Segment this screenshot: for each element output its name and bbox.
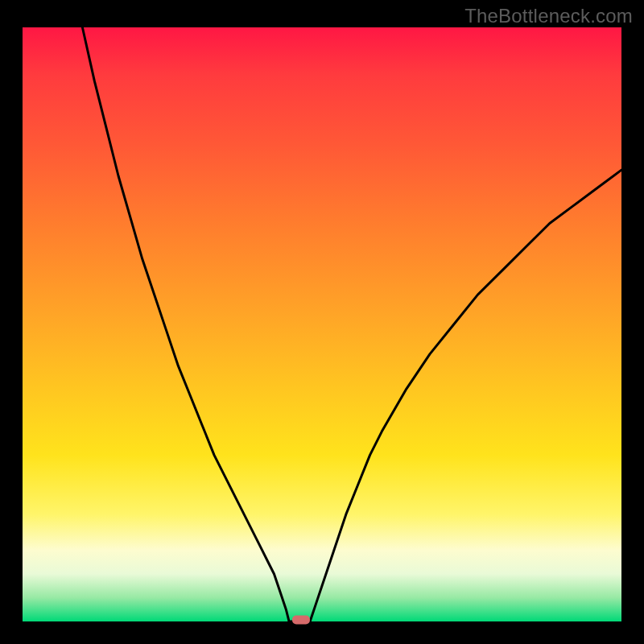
curve-left-branch bbox=[82, 27, 289, 621]
curve-right-branch bbox=[310, 170, 621, 621]
optimum-marker bbox=[292, 616, 310, 625]
plot-area bbox=[23, 27, 621, 621]
watermark-text: TheBottleneck.com bbox=[464, 5, 633, 27]
chart-svg bbox=[23, 27, 621, 621]
chart-frame: TheBottleneck.com bbox=[0, 0, 644, 644]
